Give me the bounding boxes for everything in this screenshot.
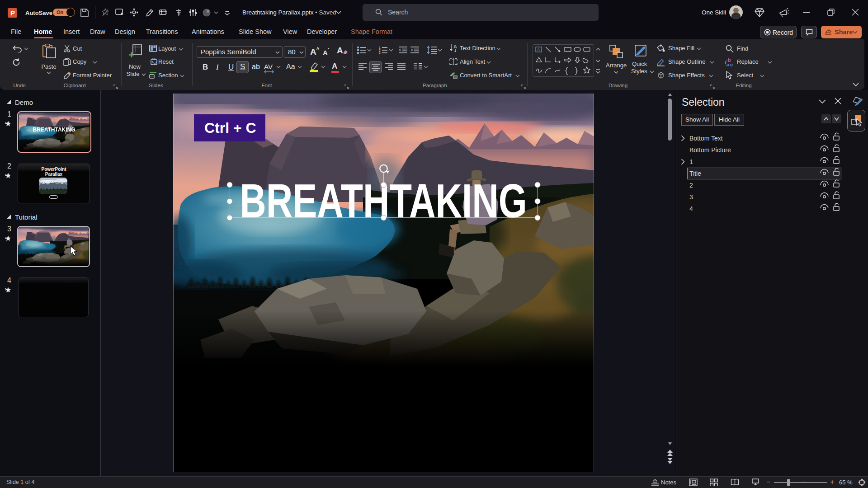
svg-text:A: A — [537, 47, 540, 52]
svg-text:c: c — [730, 62, 733, 67]
svg-text:3: 3 — [379, 51, 381, 54]
svg-text:P: P — [10, 9, 15, 17]
svg-text:A: A — [453, 44, 457, 49]
